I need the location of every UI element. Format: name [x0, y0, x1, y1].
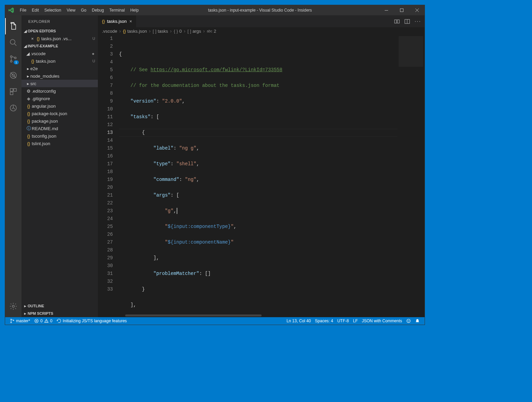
folder-vscode[interactable]: ◢ .vscode ●: [21, 50, 98, 57]
indentation-status[interactable]: Spaces: 4: [313, 319, 335, 323]
chevron-right-icon: ›: [183, 28, 186, 34]
git-graph-view-icon[interactable]: [5, 100, 21, 116]
breadcrumb-item[interactable]: tasks: [158, 29, 168, 34]
chevron-right-icon: ▸: [26, 66, 30, 71]
git-status-badge: U: [92, 59, 98, 63]
sidebar-title: EXPLORER: [21, 15, 98, 27]
minimap-viewport[interactable]: [399, 36, 423, 67]
chevron-right-icon: ›: [119, 28, 122, 34]
extensions-view-icon[interactable]: [5, 83, 21, 100]
cursor-position-status[interactable]: Ln 13, Col 40: [284, 319, 313, 323]
debug-view-icon[interactable]: [5, 67, 21, 83]
scm-badge: 1: [14, 60, 19, 64]
git-status-badge: U: [92, 36, 98, 41]
file-gitignore[interactable]: ◆ .gitignore: [21, 95, 98, 102]
menu-file[interactable]: File: [17, 8, 29, 13]
minimap[interactable]: [397, 35, 425, 314]
gear-icon: ⚙: [26, 89, 32, 94]
explorer-sidebar: EXPLORER ◢ OPEN EDITORS × {} tasks.json …: [21, 15, 98, 317]
json-icon: {}: [30, 59, 36, 64]
svg-point-12: [12, 305, 14, 307]
scm-view-icon[interactable]: 1: [5, 51, 21, 67]
svg-point-2: [10, 40, 15, 44]
info-icon: ⓘ: [26, 125, 32, 132]
folder-e2e[interactable]: ▸ e2e: [21, 65, 98, 72]
split-editor-icon[interactable]: [404, 19, 410, 24]
text-cursor: [177, 208, 177, 214]
svg-rect-1: [400, 9, 403, 12]
close-icon[interactable]: ×: [30, 36, 35, 41]
npm-scripts-header[interactable]: ▸ NPM SCRIPTS: [21, 310, 98, 317]
file-angular-json[interactable]: {} angular.json: [21, 102, 98, 110]
eol-status[interactable]: LF: [351, 319, 360, 323]
compare-icon[interactable]: [394, 19, 400, 24]
menu-edit[interactable]: Edit: [29, 8, 42, 13]
menu-debug[interactable]: Debug: [89, 8, 106, 13]
explorer-view-icon[interactable]: [5, 18, 21, 34]
file-readme[interactable]: ⓘ README.md: [21, 125, 98, 132]
encoding-status[interactable]: UTF-8: [335, 319, 351, 323]
close-icon[interactable]: ×: [130, 19, 132, 24]
open-editor-item[interactable]: × {} tasks.json .vs... U: [21, 35, 98, 42]
string-icon: abc: [207, 29, 212, 33]
close-button[interactable]: [409, 5, 425, 15]
workspace-header[interactable]: ◢ INPUT-EXAMPLE: [21, 42, 98, 50]
file-tsconfig[interactable]: {} tsconfig.json: [21, 132, 98, 140]
notifications-icon[interactable]: [413, 319, 422, 323]
problems-status[interactable]: 0 0: [32, 319, 54, 323]
menu-bar: File Edit Selection View Go Debug Termin…: [17, 8, 142, 13]
editor-body[interactable]: 1234567891011121314151617181920212223242…: [98, 35, 425, 314]
svg-rect-13: [395, 20, 397, 23]
file-icon: ◆: [26, 96, 32, 101]
json-icon: {}: [102, 19, 105, 24]
folder-node-modules[interactable]: ▸ node_modules: [21, 72, 98, 80]
menu-selection[interactable]: Selection: [42, 8, 64, 13]
open-editors-header[interactable]: ◢ OPEN EDITORS: [21, 27, 98, 35]
chevron-right-icon: ▸: [23, 304, 28, 308]
breadcrumb-item[interactable]: args: [193, 29, 201, 34]
settings-gear-icon[interactable]: [5, 298, 21, 314]
chevron-down-icon: ◢: [23, 44, 28, 48]
scrollbar-thumb[interactable]: [125, 314, 262, 316]
menu-help[interactable]: Help: [128, 8, 142, 13]
feedback-icon[interactable]: [404, 319, 413, 323]
minimize-button[interactable]: [379, 5, 394, 15]
json-icon: {}: [123, 29, 126, 34]
file-tslint[interactable]: {} tslint.json: [21, 140, 98, 147]
modified-dot-icon: ●: [92, 51, 98, 56]
array-icon: [ ]: [153, 29, 157, 34]
chevron-right-icon: ▸: [26, 81, 30, 86]
more-icon[interactable]: ···: [415, 18, 421, 25]
git-branch-status[interactable]: master*: [8, 319, 32, 323]
array-icon: [ ]: [188, 29, 191, 34]
maximize-button[interactable]: [394, 5, 409, 15]
menu-go[interactable]: Go: [78, 8, 89, 13]
chevron-right-icon: ▸: [26, 74, 30, 79]
tab-tasks-json[interactable]: {} tasks.json ×: [98, 15, 136, 27]
chevron-right-icon: ›: [203, 28, 206, 34]
file-editorconfig[interactable]: ⚙ .editorconfig: [21, 87, 98, 95]
menu-terminal[interactable]: Terminal: [107, 8, 128, 13]
folder-src[interactable]: ▸ src: [21, 80, 98, 87]
file-package-json[interactable]: {} package.json: [21, 117, 98, 125]
menu-view[interactable]: View: [64, 8, 78, 13]
breadcrumb-item[interactable]: .vscode: [102, 29, 117, 34]
window-title: tasks.json - input-example - Visual Stud…: [142, 8, 379, 13]
ts-status[interactable]: Initializing JS/TS language features: [55, 319, 129, 323]
editor-area: {} tasks.json × ··· .vscode › {} tasks.j…: [98, 15, 425, 317]
horizontal-scrollbar[interactable]: [98, 314, 425, 317]
outline-header[interactable]: ▸ OUTLINE: [21, 302, 98, 310]
breadcrumb-item[interactable]: tasks.json: [127, 29, 147, 34]
file-tasks-json[interactable]: {} tasks.json U: [21, 57, 98, 65]
svg-rect-9: [14, 89, 16, 91]
language-status[interactable]: JSON with Comments: [360, 319, 404, 323]
breadcrumb-item[interactable]: 2: [214, 29, 216, 34]
file-package-lock[interactable]: {} package-lock.json: [21, 110, 98, 117]
code-content[interactable]: { // See https://go.microsoft.com/fwlink…: [119, 35, 397, 314]
breadcrumb-item[interactable]: 0: [179, 29, 182, 34]
status-bar: master* 0 0 Initializing JS/TS language …: [5, 317, 425, 325]
search-view-icon[interactable]: [5, 34, 21, 51]
app-icon: [5, 7, 17, 13]
json-icon: {}: [26, 111, 32, 116]
breadcrumbs[interactable]: .vscode › {} tasks.json › [ ] tasks › { …: [98, 27, 425, 35]
